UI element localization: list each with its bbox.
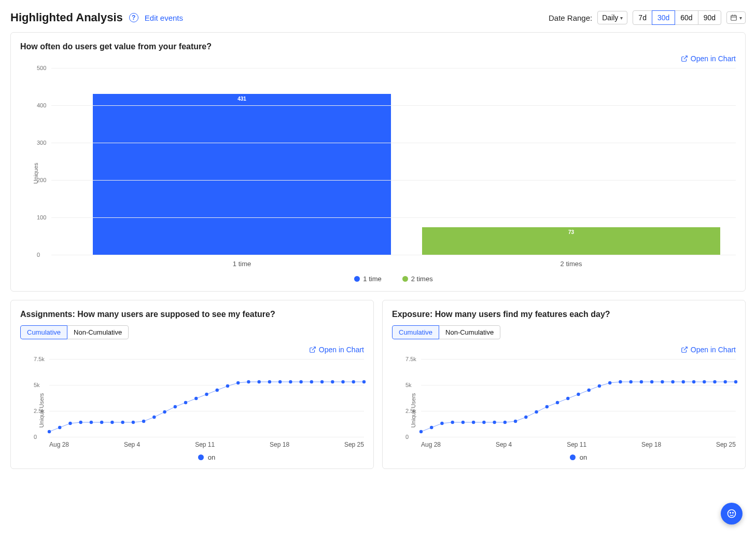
data-point[interactable]: [671, 380, 674, 383]
data-point[interactable]: [493, 421, 496, 424]
data-point[interactable]: [362, 380, 366, 383]
bar-value-label: 431: [237, 96, 246, 102]
data-point[interactable]: [268, 380, 271, 383]
gridline: [51, 105, 736, 106]
data-point[interactable]: [472, 421, 475, 424]
range-7d[interactable]: 7d: [633, 10, 652, 25]
open-in-chart-link[interactable]: Open in Chart: [20, 54, 736, 63]
data-point[interactable]: [331, 380, 334, 383]
y-tick-label: 0: [405, 434, 409, 440]
data-point[interactable]: [661, 380, 664, 383]
data-point[interactable]: [545, 405, 549, 408]
data-point[interactable]: [503, 421, 507, 424]
data-point[interactable]: [461, 421, 465, 424]
data-point[interactable]: [184, 401, 187, 404]
data-point[interactable]: [524, 416, 527, 419]
data-point[interactable]: [430, 426, 433, 429]
open-in-chart-label: Open in Chart: [319, 346, 364, 354]
data-point[interactable]: [724, 380, 727, 383]
data-point[interactable]: [247, 380, 250, 383]
bar[interactable]: 431: [93, 94, 391, 255]
data-point[interactable]: [310, 380, 313, 383]
data-point[interactable]: [58, 426, 61, 429]
bar[interactable]: 73: [422, 227, 720, 255]
svg-line-4: [684, 56, 687, 59]
data-point[interactable]: [577, 393, 580, 396]
line-chart: Unique Users 02.5k5k7.5k Aug 28Sep 4Sep …: [20, 359, 364, 461]
calendar-button[interactable]: ▾: [726, 11, 746, 24]
data-point[interactable]: [100, 421, 103, 424]
data-point[interactable]: [587, 389, 591, 392]
page-title: Highlighted Analysis: [10, 11, 123, 24]
value-frequency-card: How often do users get value from your f…: [10, 32, 746, 292]
data-point[interactable]: [163, 410, 166, 413]
open-in-chart-link[interactable]: Open in Chart: [20, 346, 364, 354]
data-point[interactable]: [703, 380, 706, 383]
gridline: [51, 68, 736, 68]
data-point[interactable]: [174, 405, 177, 408]
data-point[interactable]: [629, 380, 632, 383]
data-point[interactable]: [142, 420, 145, 423]
data-point[interactable]: [216, 389, 219, 392]
legend-series-label: on: [580, 453, 587, 461]
data-point[interactable]: [79, 421, 82, 424]
data-point[interactable]: [110, 421, 114, 424]
data-point[interactable]: [341, 380, 344, 383]
bars-row: 43173: [77, 68, 736, 255]
edit-events-link[interactable]: Edit events: [145, 13, 183, 22]
data-point[interactable]: [205, 393, 208, 396]
data-point[interactable]: [320, 380, 324, 383]
open-in-chart-link[interactable]: Open in Chart: [392, 346, 736, 354]
range-60d[interactable]: 60d: [675, 10, 698, 25]
range-90d[interactable]: 90d: [698, 10, 721, 25]
data-point[interactable]: [68, 422, 72, 425]
data-point[interactable]: [650, 380, 653, 383]
data-point[interactable]: [514, 420, 517, 423]
cumulative-button[interactable]: Cumulative: [20, 325, 67, 339]
data-point[interactable]: [132, 421, 135, 424]
help-icon[interactable]: ?: [129, 13, 138, 22]
bar-x-axis: 1 time2 times: [77, 255, 736, 270]
non-cumulative-button[interactable]: Non-Cumulative: [67, 325, 129, 339]
data-point[interactable]: [90, 421, 93, 424]
data-point[interactable]: [692, 380, 695, 383]
chevron-down-icon: ▾: [739, 15, 742, 21]
data-point[interactable]: [257, 380, 260, 383]
data-point[interactable]: [535, 410, 538, 413]
data-point[interactable]: [48, 430, 51, 433]
assignments-card: Assignments: How many users are supposed…: [10, 300, 374, 469]
line-legend: on: [49, 450, 364, 461]
granularity-select[interactable]: Daily ▾: [597, 11, 627, 24]
bar-legend: 1 time 2 times: [51, 270, 736, 284]
date-range-label: Date Range:: [549, 13, 592, 22]
data-point[interactable]: [419, 430, 423, 433]
data-point[interactable]: [194, 397, 198, 400]
legend-series-label: on: [208, 453, 215, 461]
data-point[interactable]: [226, 384, 229, 388]
data-point[interactable]: [121, 421, 124, 424]
line-dots: [421, 359, 736, 437]
data-point[interactable]: [278, 380, 282, 383]
data-point[interactable]: [440, 422, 443, 425]
data-point[interactable]: [619, 380, 622, 383]
data-point[interactable]: [352, 380, 355, 383]
data-point[interactable]: [608, 381, 611, 384]
non-cumulative-button[interactable]: Non-Cumulative: [439, 325, 500, 339]
data-point[interactable]: [451, 421, 454, 424]
cumulative-button[interactable]: Cumulative: [392, 325, 439, 339]
range-30d[interactable]: 30d: [652, 10, 675, 25]
data-point[interactable]: [299, 380, 302, 383]
data-point[interactable]: [289, 380, 292, 383]
data-point[interactable]: [152, 416, 156, 419]
data-point[interactable]: [713, 380, 716, 383]
data-point[interactable]: [734, 380, 737, 383]
data-point[interactable]: [482, 421, 485, 424]
data-point[interactable]: [556, 401, 559, 404]
data-point[interactable]: [640, 380, 643, 383]
data-point[interactable]: [682, 380, 685, 383]
data-point[interactable]: [236, 381, 240, 384]
gridline: [51, 180, 736, 181]
legend-label-2: 2 times: [411, 275, 433, 283]
data-point[interactable]: [598, 384, 601, 388]
data-point[interactable]: [566, 397, 569, 400]
